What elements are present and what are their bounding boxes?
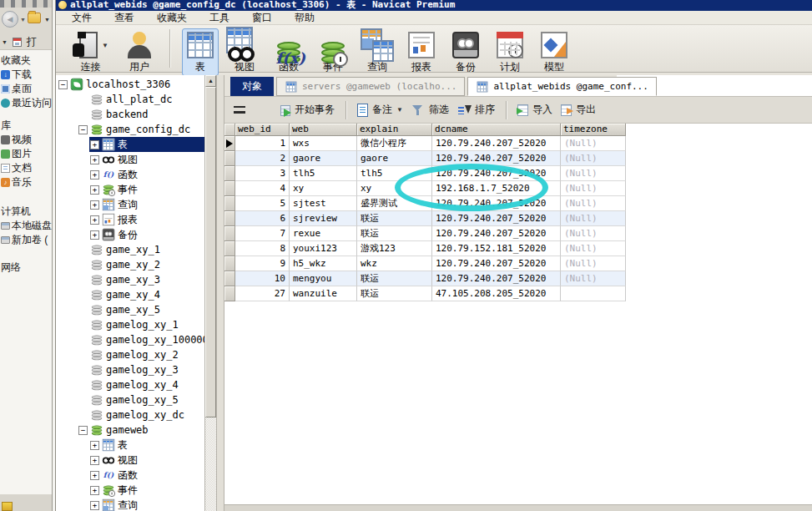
tree-item-gamelog_xy_1[interactable]: gamelog_xy_1 (56, 317, 204, 332)
tree-item-gamelog_xy_3[interactable]: gamelog_xy_3 (56, 362, 204, 377)
tree-item-视图[interactable]: +视图 (56, 453, 204, 468)
export-button[interactable]: 导出 (557, 101, 600, 119)
cell-timezone[interactable]: (Null) (561, 166, 626, 181)
cell-web[interactable]: sjtest (290, 196, 357, 211)
cell-web_id[interactable]: 3 (235, 166, 290, 181)
cell-dcname[interactable]: 120.79.240.207_52020 (432, 136, 561, 151)
cell-web_id[interactable]: 6 (235, 211, 290, 226)
cell-web_id[interactable]: 8 (235, 241, 290, 256)
column-header-timezone[interactable]: timezone (561, 124, 626, 136)
cell-explain[interactable]: xy (357, 181, 432, 196)
tree-item-localhost_3306[interactable]: −localhost_3306 (56, 77, 204, 92)
explorer-item[interactable]: 本地磁盘 (1, 219, 52, 233)
menu-查看[interactable]: 查看 (103, 11, 146, 25)
begin-transaction-button[interactable]: 开始事务 (276, 101, 339, 119)
cell-web[interactable]: gaore (290, 151, 357, 166)
row-header[interactable] (224, 286, 235, 301)
cell-explain[interactable]: 联运 (357, 271, 432, 286)
cell-web[interactable]: tlh5 (290, 166, 357, 181)
row-header[interactable] (224, 241, 235, 256)
row-header[interactable] (224, 256, 235, 271)
模型-toolbar-button[interactable]: 模型 (536, 28, 572, 76)
collapse-icon[interactable]: − (58, 80, 68, 89)
tree-item-game_xy_4[interactable]: game_xy_4 (56, 287, 204, 302)
menu-收藏夹[interactable]: 收藏夹 (146, 11, 199, 25)
table-row[interactable]: 7rexue联运120.79.240.207_52020(Null) (224, 226, 812, 241)
chevron-down-icon[interactable]: ▼ (2, 39, 8, 45)
cell-timezone[interactable]: (Null) (561, 241, 626, 256)
scroll-up-icon[interactable]: ▲ (205, 75, 216, 87)
视图-toolbar-button[interactable]: 视图 (226, 28, 263, 76)
table-row[interactable]: 2gaoregaore120.79.240.207_52020(Null) (224, 151, 812, 166)
filter-button[interactable]: 筛选 (407, 101, 453, 119)
note-button[interactable]: 备注 ▼ (353, 101, 407, 119)
chevron-down-icon[interactable]: ▼ (44, 17, 50, 23)
table-row[interactable]: 3tlh5tlh5120.79.240.207_52020(Null) (224, 166, 812, 181)
cell-explain[interactable]: wkz (357, 256, 432, 271)
explorer-item[interactable]: 图片 (1, 147, 52, 161)
cell-web_id[interactable]: 4 (235, 181, 290, 196)
cell-dcname[interactable]: 120.79.240.207_52020 (432, 166, 561, 181)
tree-scrollbar[interactable]: ▲ (204, 75, 216, 511)
table-row[interactable]: 4xyxy192.168.1.7_52020(Null) (224, 181, 812, 196)
cell-explain[interactable]: 游戏123 (357, 241, 432, 256)
expand-icon[interactable]: + (90, 501, 99, 510)
menu-窗口[interactable]: 窗口 (241, 11, 284, 25)
back-icon[interactable] (2, 11, 18, 28)
tree-item-查询[interactable]: +查询 (56, 197, 204, 212)
row-header[interactable] (224, 211, 235, 226)
tree-item-gamelog_xy_dc[interactable]: gamelog_xy_dc (56, 407, 204, 422)
menu-文件[interactable]: 文件 (61, 11, 103, 25)
cell-web[interactable]: rexue (290, 226, 357, 241)
tree-item-game_xy_3[interactable]: game_xy_3 (56, 272, 204, 287)
tree-item-backend[interactable]: backend (56, 107, 204, 122)
explorer-group-label[interactable]: 网络 (1, 261, 52, 275)
tree-item-game_config_dc[interactable]: −game_config_dc (56, 122, 204, 137)
用户-toolbar-button[interactable]: 用户 (121, 28, 158, 76)
cell-timezone[interactable]: (Null) (561, 181, 626, 196)
row-header[interactable] (224, 226, 235, 241)
column-header-explain[interactable]: explain (357, 124, 432, 136)
collapse-icon[interactable]: − (78, 426, 88, 435)
cell-dcname[interactable]: 120.79.240.207_52020 (432, 256, 561, 271)
cell-timezone[interactable]: (Null) (561, 151, 626, 166)
explorer-item[interactable]: 下载 (1, 68, 52, 82)
explorer-item[interactable]: 新加卷 ( (1, 233, 52, 247)
table-row[interactable]: 10mengyou联运120.79.240.207_52020(Null) (224, 271, 812, 286)
row-header[interactable] (224, 196, 235, 211)
tree-item-game_xy_1[interactable]: game_xy_1 (56, 242, 204, 257)
sort-button[interactable]: 排序 (453, 101, 499, 119)
table-row[interactable]: 5sjtest盛界测试120.79.240.207_52020(Null) (224, 196, 812, 211)
tree-item-报表[interactable]: +报表 (56, 212, 204, 227)
tree-item-事件[interactable]: +事件 (56, 182, 204, 197)
collapse-icon[interactable]: − (78, 125, 88, 134)
explorer-group-label[interactable]: 收藏夹 (1, 53, 52, 68)
expand-icon[interactable]: + (90, 185, 99, 195)
menu-icon[interactable] (233, 104, 246, 117)
column-header-web[interactable]: web (290, 124, 357, 136)
tree-item-gamelog_xy_2[interactable]: gamelog_xy_2 (56, 347, 204, 362)
row-header[interactable] (224, 166, 235, 181)
folder-icon[interactable] (28, 13, 41, 23)
tree-item-gamelog_xy_4[interactable]: gamelog_xy_4 (56, 377, 204, 392)
tree-item-gamelog_xy_1000005[interactable]: gamelog_xy_1000005 (56, 332, 204, 347)
row-header[interactable] (224, 136, 235, 151)
expand-icon[interactable]: + (90, 456, 99, 465)
tree-item-表[interactable]: +表 (56, 438, 204, 453)
cell-explain[interactable]: gaore (357, 151, 432, 166)
cell-dcname[interactable]: 192.168.1.7_52020 (432, 181, 561, 196)
expand-icon[interactable]: + (90, 170, 99, 180)
tree-item-函数[interactable]: +f()函数 (56, 167, 204, 182)
事件-toolbar-button[interactable]: 事件 (315, 28, 351, 76)
tab-2[interactable]: allplat_webids @game_conf... (467, 77, 656, 96)
table-row[interactable]: 6sjreview联运120.79.240.207_52020(Null) (224, 211, 812, 226)
计划-toolbar-button[interactable]: 计划 (492, 28, 528, 76)
explorer-group-label[interactable]: 库 (1, 119, 52, 133)
cell-timezone[interactable]: (Null) (561, 256, 626, 271)
tree-item-all_plat_dc[interactable]: all_plat_dc (56, 92, 204, 107)
cell-timezone[interactable]: (Null) (561, 196, 626, 211)
tree-item-gamelog_xy_5[interactable]: gamelog_xy_5 (56, 392, 204, 407)
备份-toolbar-button[interactable]: 备份 (447, 28, 484, 76)
tree-item-视图[interactable]: +视图 (56, 152, 204, 167)
chevron-down-icon[interactable]: ▼ (102, 42, 108, 49)
